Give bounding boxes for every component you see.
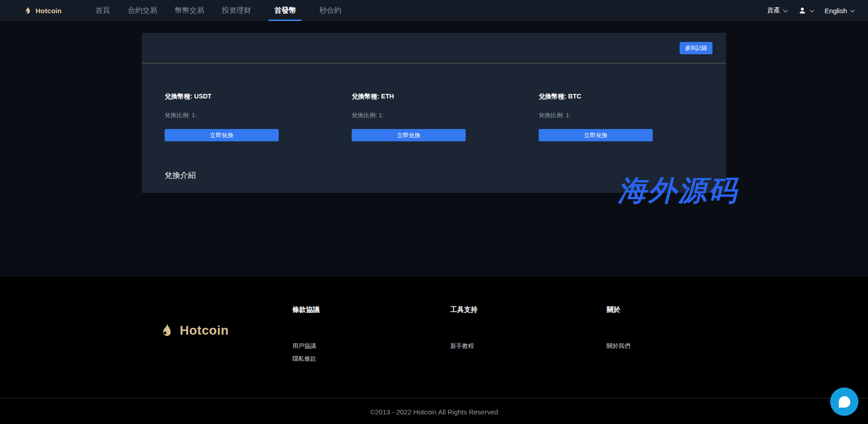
footer-column-tools: 工具支持 新手教程 (450, 305, 478, 355)
topbar-right: 資產 English (767, 6, 853, 15)
chat-support-button[interactable] (830, 388, 858, 416)
ratio-label: 兌換比例: 1: (165, 111, 279, 119)
coin-label: 兌換幣種: ETH (352, 93, 466, 101)
footer-link-user-agreement[interactable]: 用戶協議 (292, 342, 320, 350)
topbar: Hotcoin 首頁 合約交易 幣幣交易 投资理财 首發幣 秒合約 資產 Eng… (0, 0, 868, 21)
chat-bubble-icon (839, 396, 850, 408)
brand-name: Hotcoin (36, 7, 62, 15)
card-body: 兌換幣種: USDT 兌換比例: 1: 立即兌換 兌換幣種: ETH 兌換比例:… (142, 63, 726, 181)
exchange-now-button-btc[interactable]: 立即兌換 (539, 129, 653, 141)
copyright-text: ©2013 - 2022 Hotcoin All Rights Reserved (0, 408, 868, 416)
footer: Hotcoin 條款協議 用戶協議 隱私條款 工具支持 新手教程 關於 關於我們… (0, 277, 868, 424)
nav-item-home[interactable]: 首頁 (95, 0, 110, 21)
nav-item-contract-trade[interactable]: 合約交易 (128, 0, 157, 21)
language-dropdown[interactable]: English (825, 7, 853, 15)
coin-label: 兌換幣種: BTC (539, 93, 653, 101)
exchange-row: 兌換幣種: USDT 兌換比例: 1: 立即兌換 兌換幣種: ETH 兌換比例:… (165, 93, 726, 141)
coin-label: 兌換幣種: USDT (165, 93, 279, 101)
footer-link-privacy[interactable]: 隱私條款 (292, 355, 320, 362)
user-icon (798, 6, 806, 15)
flame-icon (23, 6, 32, 15)
footer-heading-terms: 條款協議 (292, 305, 320, 314)
flame-icon (159, 322, 175, 339)
nav-item-second-contract[interactable]: 秒合約 (319, 0, 341, 21)
chevron-down-icon (850, 8, 855, 12)
brand-logo[interactable]: Hotcoin (23, 6, 62, 15)
ieo-exchange-card: 參與記錄 兌換幣種: USDT 兌換比例: 1: 立即兌換 兌換幣種: ETH … (142, 33, 726, 193)
main-navigation: 首頁 合約交易 幣幣交易 投资理财 首發幣 秒合約 (95, 0, 341, 21)
language-label: English (825, 7, 847, 15)
exchange-intro-title: 兌換介紹 (165, 170, 726, 181)
participation-records-button[interactable]: 參與記錄 (680, 42, 712, 54)
footer-brand-logo: Hotcoin (159, 322, 229, 339)
main-content: 參與記錄 兌換幣種: USDT 兌換比例: 1: 立即兌換 兌換幣種: ETH … (0, 21, 868, 277)
footer-heading-tools: 工具支持 (450, 305, 478, 314)
user-menu-dropdown[interactable] (798, 6, 813, 15)
nav-item-invest[interactable]: 投资理财 (222, 0, 251, 21)
nav-item-ieo-active[interactable]: 首發幣 (269, 0, 301, 21)
assets-label: 資產 (767, 6, 780, 15)
footer-column-terms: 條款協議 用戶協議 隱私條款 (292, 305, 320, 367)
nav-item-spot-trade[interactable]: 幣幣交易 (175, 0, 204, 21)
chevron-down-icon (810, 8, 814, 12)
footer-link-beginner-tutorial[interactable]: 新手教程 (450, 342, 478, 350)
assets-dropdown[interactable]: 資產 (767, 6, 786, 15)
footer-link-about-us[interactable]: 關於我們 (607, 342, 630, 350)
footer-brand-name: Hotcoin (180, 323, 229, 338)
footer-heading-about: 關於 (607, 305, 630, 314)
ratio-label: 兌換比例: 1: (539, 111, 653, 119)
exchange-now-button-usdt[interactable]: 立即兌換 (165, 129, 279, 141)
exchange-col-btc: 兌換幣種: BTC 兌換比例: 1: 立即兌換 (539, 93, 653, 141)
exchange-now-button-eth[interactable]: 立即兌換 (352, 129, 466, 141)
ratio-label: 兌換比例: 1: (352, 111, 466, 119)
card-header: 參與記錄 (142, 33, 726, 63)
exchange-col-usdt: 兌換幣種: USDT 兌換比例: 1: 立即兌換 (165, 93, 279, 141)
footer-divider (0, 398, 868, 398)
chevron-down-icon (783, 8, 788, 12)
exchange-col-eth: 兌換幣種: ETH 兌換比例: 1: 立即兌換 (352, 93, 466, 141)
footer-column-about: 關於 關於我們 (607, 305, 630, 355)
